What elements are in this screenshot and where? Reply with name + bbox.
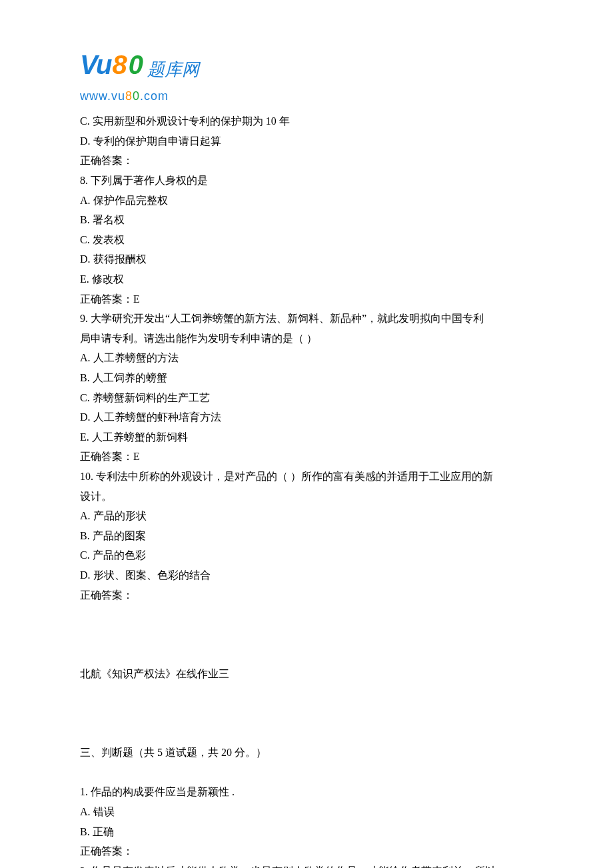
question-10-stem-line2: 设计。 <box>80 487 533 507</box>
question-7-option-c: C. 实用新型和外观设计专利的保护期为 10 年 <box>80 111 533 131</box>
question-9-option-d: D. 人工养螃蟹的虾种培育方法 <box>80 407 533 427</box>
logo-0-text: 0 <box>129 40 143 89</box>
question-8-option-a: A. 保护作品完整权 <box>80 191 533 211</box>
assignment-title: 北航《知识产权法》在线作业三 <box>80 664 533 684</box>
question-7-option-d: D. 专利的保护期自申请日起算 <box>80 131 533 151</box>
question-8-answer: 正确答案：E <box>80 289 533 309</box>
question-9-answer: 正确答案：E <box>80 447 533 467</box>
spacer <box>80 703 533 723</box>
question-9-option-a: A. 人工养螃蟹的方法 <box>80 348 533 368</box>
question-8-option-d: D. 获得报酬权 <box>80 249 533 269</box>
question-8-option-e: E. 修改权 <box>80 269 533 289</box>
logo-url-0: 0 <box>133 89 140 103</box>
question-9-option-c: C. 养螃蟹新饲料的生产工艺 <box>80 388 533 408</box>
question-10-stem-line1: 10. 专利法中所称的外观设计，是对产品的（ ）所作的富有美感的并适用于工业应用… <box>80 467 533 487</box>
question-8-stem: 8. 下列属于著作人身权的是 <box>80 171 533 191</box>
spacer <box>80 605 533 625</box>
question-9-option-e: E. 人工养螃蟹的新饲料 <box>80 427 533 447</box>
spacer <box>80 625 533 645</box>
question-9-stem-line1: 9. 大学研究开发出“人工饲养螃蟹的新方法、新饲料、新品种”，就此发明拟向中国专… <box>80 309 533 329</box>
judge-1-option-b: B. 正确 <box>80 822 533 842</box>
question-8-option-c: C. 发表权 <box>80 230 533 250</box>
question-10-option-c: C. 产品的色彩 <box>80 545 533 565</box>
judge-2-stem-line1: 2. 作品只有发表以后才能供人欣赏，也只有别人欣赏的作品，才能给作者带来利益。所… <box>80 861 533 868</box>
question-10-answer: 正确答案： <box>80 585 533 605</box>
judge-1-option-a: A. 错误 <box>80 802 533 822</box>
question-10-option-a: A. 产品的形状 <box>80 506 533 526</box>
question-9-option-b: B. 人工饲养的螃蟹 <box>80 368 533 388</box>
question-8-option-b: B. 署名权 <box>80 210 533 230</box>
logo-8-text: 8 <box>112 40 127 89</box>
question-7-answer: 正确答案： <box>80 151 533 171</box>
logo-url-prefix: www.vu <box>80 89 125 103</box>
judge-1-answer: 正确答案： <box>80 841 533 861</box>
site-logo: Vu80 题库网 www.vu80.com <box>80 40 199 107</box>
logo-url-8: 8 <box>125 89 133 103</box>
spacer <box>80 644 533 664</box>
spacer <box>80 684 533 704</box>
judge-1-stem: 1. 作品的构成要件应当是新颖性 . <box>80 782 533 802</box>
document-page: Vu80 题库网 www.vu80.com C. 实用新型和外观设计专利的保护期… <box>0 0 613 868</box>
question-10-option-b: B. 产品的图案 <box>80 526 533 546</box>
logo-chinese-text: 题库网 <box>147 53 199 85</box>
logo-vu-text: Vu <box>80 40 111 89</box>
section-3-heading: 三、判断题（共 5 道试题，共 20 分。） <box>80 743 533 763</box>
logo-graphic: Vu80 题库网 <box>80 40 199 89</box>
logo-url: www.vu80.com <box>80 85 199 107</box>
question-9-stem-line2: 局申请专利。请选出能作为发明专利申请的是（ ） <box>80 329 533 349</box>
question-10-option-d: D. 形状、图案、色彩的结合 <box>80 565 533 585</box>
spacer <box>80 723 533 743</box>
logo-url-suffix: .com <box>140 89 169 103</box>
spacer <box>80 763 533 783</box>
